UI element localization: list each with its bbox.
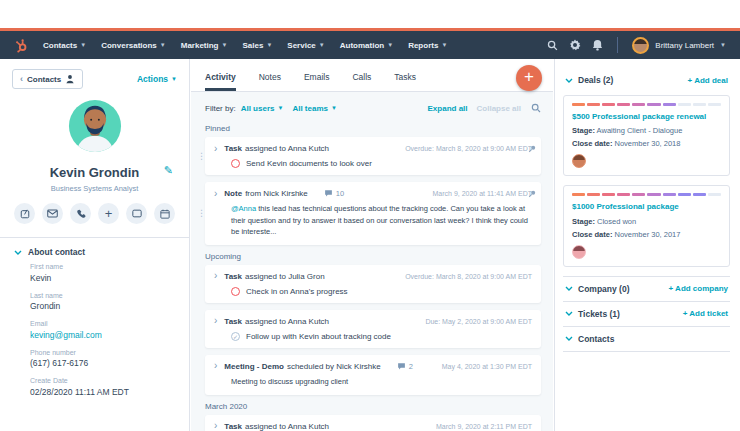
tickets-section-header[interactable]: Tickets (1) + Add ticket bbox=[563, 302, 730, 326]
pin-icon[interactable] bbox=[527, 140, 537, 158]
note-button[interactable] bbox=[14, 203, 35, 224]
comments-count[interactable]: 10 bbox=[324, 189, 344, 198]
deals-section-header[interactable]: Deals (2) + Add deal bbox=[563, 68, 730, 92]
associations-panel: Deals (2) + Add deal $500 Professional p… bbox=[554, 59, 740, 431]
tab-tasks[interactable]: Tasks bbox=[394, 72, 416, 91]
bell-icon[interactable] bbox=[592, 39, 603, 51]
task-body-text[interactable]: Follow up with Kevin about tracking code bbox=[246, 332, 391, 341]
note-body-text[interactable]: @Anna this lead has technical questions … bbox=[214, 203, 532, 238]
nav-contacts[interactable]: Contacts▼ bbox=[43, 41, 86, 50]
field-last-name: Last name Grondin bbox=[30, 292, 175, 312]
chevron-down-icon bbox=[565, 286, 573, 291]
expand-all-button[interactable]: Expand all bbox=[428, 104, 468, 113]
meeting-body-text[interactable]: Meeting to discuss upgrading client bbox=[214, 376, 532, 388]
meeting-card[interactable]: › Meeting - Demo scheduled by Nick Kirsh… bbox=[205, 355, 541, 395]
gear-icon[interactable] bbox=[569, 39, 581, 51]
user-name: Brittany Lambert bbox=[655, 41, 714, 50]
nav-service[interactable]: Service▼ bbox=[287, 41, 324, 50]
add-company-link[interactable]: + Add company bbox=[669, 284, 729, 293]
group-march-label: March 2020 bbox=[205, 402, 539, 411]
more-plus-button[interactable]: + bbox=[98, 203, 119, 224]
nav-reports[interactable]: Reports▼ bbox=[408, 41, 447, 50]
task-card[interactable]: › Task assigned to Anna Kutch March 9, 2… bbox=[205, 415, 541, 431]
filter-all-teams[interactable]: All teams▼ bbox=[292, 104, 337, 113]
overdue-status-icon[interactable] bbox=[231, 287, 240, 296]
chevron-down-icon: ▼ bbox=[331, 105, 337, 111]
email-link[interactable]: keving@gmail.com bbox=[30, 330, 175, 340]
chevron-down-icon: ▼ bbox=[160, 42, 166, 48]
expand-chevron-icon[interactable]: › bbox=[214, 362, 217, 370]
user-avatar bbox=[632, 37, 649, 54]
deal-name-link[interactable]: $500 Professional package renewal bbox=[572, 112, 721, 122]
mention-link[interactable]: @Anna bbox=[231, 204, 256, 213]
email-button[interactable] bbox=[42, 203, 63, 224]
nav-marketing[interactable]: Marketing▼ bbox=[181, 41, 228, 50]
chevron-down-icon: ▼ bbox=[319, 42, 325, 48]
hubspot-logo-icon[interactable] bbox=[14, 38, 29, 53]
contacts-section-header[interactable]: Contacts bbox=[563, 327, 730, 351]
back-to-contacts-button[interactable]: ‹ Contacts bbox=[12, 69, 83, 89]
collapse-all-button[interactable]: Collapse all bbox=[477, 104, 521, 113]
expand-chevron-icon[interactable]: › bbox=[214, 422, 217, 430]
nav-conversations[interactable]: Conversations▼ bbox=[101, 41, 166, 50]
user-menu[interactable]: Brittany Lambert ▼ bbox=[632, 37, 726, 54]
task-card[interactable]: › Task assigned to Julia Gron Overdue: M… bbox=[205, 265, 541, 303]
chevron-down-icon: ▼ bbox=[387, 42, 393, 48]
search-icon[interactable] bbox=[547, 40, 558, 51]
group-upcoming-label: Upcoming bbox=[205, 252, 539, 261]
chevron-down-icon bbox=[14, 250, 22, 255]
task-card[interactable]: › Task assigned to Anna Kutch Due: May 2… bbox=[205, 310, 541, 348]
deal-card[interactable]: $1000 Professional package Stage: Closed… bbox=[563, 185, 730, 266]
expand-chevron-icon[interactable]: › bbox=[214, 272, 217, 280]
call-button[interactable] bbox=[70, 203, 91, 224]
about-contact-toggle[interactable]: About contact bbox=[0, 238, 189, 263]
overdue-status-icon[interactable] bbox=[231, 159, 240, 168]
tab-emails[interactable]: Emails bbox=[304, 72, 330, 91]
create-activity-button[interactable]: + bbox=[516, 65, 542, 91]
deal-name-link[interactable]: $1000 Professional package bbox=[572, 202, 721, 212]
comment-bubble-icon bbox=[324, 189, 333, 198]
deal-close-date: Close date: November 30, 2017 bbox=[572, 230, 721, 239]
note-card[interactable]: ⋮ › Note from Nick Kirshke 10 March 9, 2… bbox=[205, 182, 541, 245]
deal-card[interactable]: $500 Professional package renewal Stage:… bbox=[563, 95, 730, 176]
nav-sales[interactable]: Sales▼ bbox=[242, 41, 272, 50]
tab-calls[interactable]: Calls bbox=[352, 72, 371, 91]
actions-label: Actions bbox=[137, 74, 168, 84]
pin-icon[interactable] bbox=[527, 185, 537, 203]
chevron-down-icon: ▼ bbox=[441, 42, 447, 48]
add-deal-link[interactable]: + Add deal bbox=[688, 76, 728, 85]
complete-status-icon[interactable]: ✓ bbox=[231, 332, 240, 341]
field-phone: Phone number (617) 617-6176 bbox=[30, 349, 175, 369]
card-timestamp: March 9, 2020 at 11:41 AM EDT bbox=[425, 190, 532, 197]
task-card[interactable]: ⋮ › Task assigned to Anna Kutch Overdue:… bbox=[205, 137, 541, 175]
expand-chevron-icon[interactable]: › bbox=[214, 190, 217, 198]
log-activity-button[interactable] bbox=[126, 203, 147, 224]
actions-dropdown[interactable]: Actions ▼ bbox=[137, 74, 177, 84]
expand-chevron-icon[interactable]: › bbox=[214, 317, 217, 325]
deal-stage-progress bbox=[572, 193, 721, 196]
feed-search-icon[interactable] bbox=[531, 103, 541, 113]
drag-handle[interactable]: ⋮ bbox=[197, 208, 206, 218]
chevron-down-icon: ▼ bbox=[171, 76, 177, 82]
add-ticket-link[interactable]: + Add ticket bbox=[683, 309, 728, 318]
contact-name: Kevin Grondin bbox=[50, 165, 140, 180]
nav-automation[interactable]: Automation▼ bbox=[340, 41, 393, 50]
filter-all-users[interactable]: All users▼ bbox=[241, 104, 284, 113]
drag-handle[interactable]: ⋮ bbox=[197, 151, 206, 161]
top-navbar: Contacts▼ Conversations▼ Marketing▼ Sale… bbox=[0, 28, 740, 59]
tab-notes[interactable]: Notes bbox=[259, 72, 281, 91]
feed-tabs: Activity Notes Emails Calls Tasks + bbox=[191, 59, 553, 92]
deal-owner-avatar[interactable] bbox=[572, 245, 586, 259]
task-body-text[interactable]: Check in on Anna's progress bbox=[246, 287, 348, 296]
task-body-text[interactable]: Send Kevin documents to look over bbox=[246, 159, 372, 168]
edit-pencil-icon[interactable]: ✎ bbox=[164, 164, 173, 177]
expand-chevron-icon[interactable]: › bbox=[214, 145, 217, 153]
field-create-date: Create Date 02/28/2020 11:11 AM EDT bbox=[30, 377, 175, 397]
company-section-header[interactable]: Company (0) + Add company bbox=[563, 277, 730, 301]
schedule-meeting-button[interactable] bbox=[154, 203, 175, 224]
comments-count[interactable]: 2 bbox=[397, 362, 413, 371]
deal-stage: Stage: Awaiting Client - Dialogue bbox=[572, 126, 721, 135]
deal-owner-avatar[interactable] bbox=[572, 154, 586, 168]
tab-activity[interactable]: Activity bbox=[205, 72, 236, 91]
deal-close-date: Close date: November 30, 2018 bbox=[572, 139, 721, 148]
